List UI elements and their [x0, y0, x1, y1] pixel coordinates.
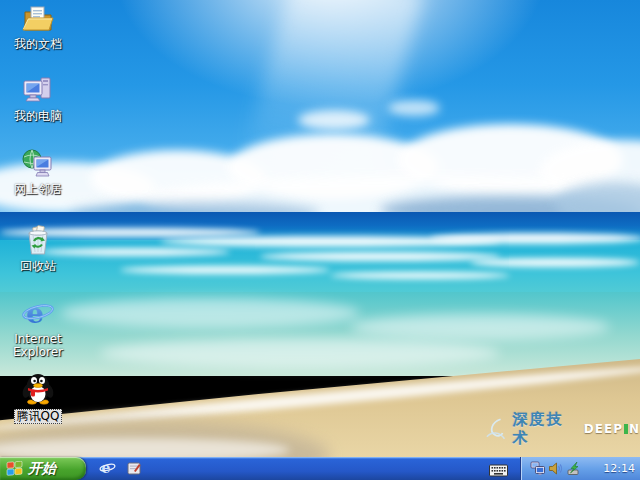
internet-explorer-icon-svg: e: [21, 297, 55, 331]
taskbar-clock[interactable]: 12:14: [603, 457, 635, 480]
desktop-icon-label: 网上邻居: [4, 183, 72, 196]
wave-foam: [470, 258, 640, 267]
taskbar[interactable]: 开始 e: [0, 457, 640, 480]
wave-foam: [260, 252, 500, 261]
desktop-icon-label: 腾讯QQ: [14, 409, 63, 424]
desktop-icon-label: 我的文档: [4, 38, 72, 51]
quicklaunch-internet-explorer-icon[interactable]: e: [99, 460, 116, 477]
watermark-brand-en: DEEPN: [584, 422, 640, 436]
recycle-bin-icon-svg: [21, 224, 55, 258]
volume-icon: [548, 461, 563, 476]
watermark-brand-en-prefix: DEEP: [584, 422, 623, 436]
quicklaunch-show-desktop-icon[interactable]: [127, 461, 142, 476]
desktop-icon-my-computer[interactable]: 我的电脑: [2, 74, 74, 123]
desktop-icon-recycle-bin[interactable]: 回收站: [2, 224, 74, 273]
cloud-shape: [298, 110, 370, 130]
my-computer-icon-svg: [21, 74, 55, 108]
watermark-brand-en-suffix: N: [629, 422, 640, 436]
watermark-brand-cn: 深度技术: [512, 410, 578, 448]
start-button-label: 开始: [28, 460, 56, 478]
my-computer-icon: [21, 74, 55, 108]
internet-explorer-icon: e: [99, 460, 116, 477]
wallpaper: [0, 0, 640, 480]
my-documents-icon-svg: [21, 2, 55, 36]
volume-icon[interactable]: [548, 461, 563, 476]
internet-explorer-icon: e: [21, 297, 55, 331]
input-method-keyboard-icon[interactable]: [489, 462, 508, 475]
my-documents-icon: [21, 2, 55, 36]
foam-patch: [350, 314, 610, 340]
safely-remove-hardware-icon[interactable]: [566, 461, 581, 476]
foam-patch: [100, 338, 500, 368]
safely-remove-hardware-icon: [566, 461, 581, 476]
desktop-icon-tencent-qq[interactable]: 腾讯QQ: [2, 371, 74, 424]
wave-foam: [430, 233, 640, 244]
cloud-shape: [388, 100, 440, 116]
system-tray[interactable]: 12:14: [520, 457, 640, 480]
desktop-icon-my-network-places[interactable]: 网上邻居: [2, 147, 74, 196]
desktop-icon-label: 回收站: [4, 260, 72, 273]
recycle-bin-icon: [21, 224, 55, 258]
tencent-qq-icon: [21, 371, 55, 405]
svg-text:e: e: [26, 297, 44, 330]
network-icon: [530, 461, 545, 476]
my-network-places-icon: [21, 147, 55, 181]
desktop-icon-label: Internet Explorer: [4, 333, 72, 359]
wave-foam: [120, 266, 330, 274]
my-network-places-icon-svg: [21, 147, 55, 181]
foam-patch: [60, 298, 360, 328]
wave-foam: [330, 272, 510, 279]
show-desktop-icon: [127, 461, 142, 476]
deepin-watermark: 深度技术 DEEPN: [484, 410, 640, 448]
start-button[interactable]: 开始: [0, 457, 86, 480]
deepin-swirl-logo-icon: [484, 416, 507, 442]
windows-logo-icon: [6, 461, 23, 476]
keyboard-icon: [489, 464, 508, 477]
tencent-qq-icon-svg: [21, 371, 55, 405]
watermark-green-bar: [624, 424, 628, 434]
desktop-icon-internet-explorer[interactable]: e Internet Explorer: [2, 297, 74, 359]
desktop-screen: 我的文档 我的电脑: [0, 0, 640, 480]
svg-text:e: e: [102, 460, 111, 476]
desktop-icon-label: 我的电脑: [4, 110, 72, 123]
network-icon[interactable]: [530, 461, 545, 476]
desktop-icon-my-documents[interactable]: 我的文档: [2, 2, 74, 51]
